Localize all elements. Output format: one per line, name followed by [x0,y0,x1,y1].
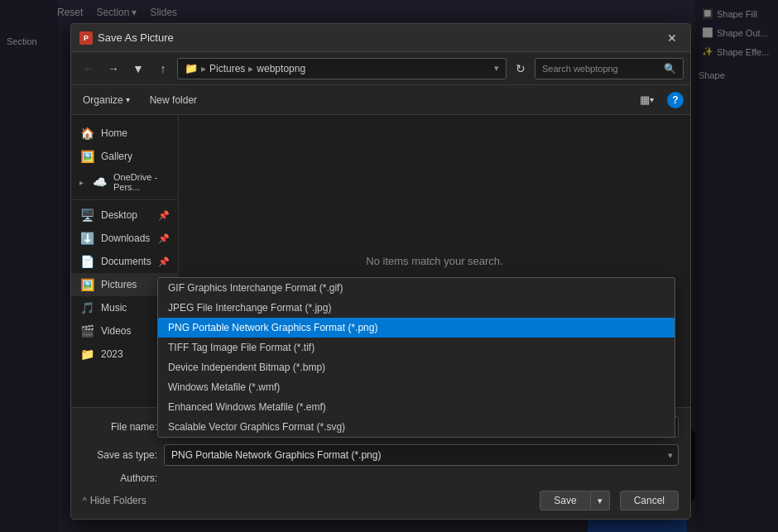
desktop-icon: 🖥️ [79,208,94,223]
help-button[interactable]: ? [667,92,684,108]
dropdown-item-svg[interactable]: Scalable Vector Graphics Format (*.svg) [158,417,675,437]
dropdown-item-emf[interactable]: Enhanced Windows Metafile (*.emf) [158,397,675,417]
dialog-close-button[interactable]: ✕ [662,28,682,48]
breadcrumb-pictures[interactable]: Pictures [209,63,245,74]
dropdown-item-tif[interactable]: TIFF Tag Image File Format (*.tif) [158,338,675,357]
dialog-title-area: P Save As Picture [79,31,174,45]
gallery-icon: 🖼️ [79,149,94,164]
savetype-input[interactable]: PNG Portable Network Graphics Format (*.… [164,444,679,466]
breadcrumb-dropdown-icon[interactable]: ▾ [494,63,499,74]
hide-folders-button[interactable]: ^ Hide Folders [83,495,146,506]
view-dropdown-icon: ▾ [650,95,654,104]
downloads-icon: ⬇️ [79,231,94,246]
view-icon: ▦ [640,93,650,106]
pictures-icon: 🖼️ [79,277,94,292]
nav-back-button[interactable]: ← [78,58,99,79]
folder-icon: 📁 [185,62,198,74]
nav-item-onedrive[interactable]: ▸ ☁️ OneDrive - Pers... [71,168,178,196]
nav-up-button[interactable]: ↑ [152,58,174,79]
downloads-label: Downloads [101,232,150,244]
folder-2023-icon: 📁 [79,347,94,362]
nav-forward-button[interactable]: → [103,58,124,79]
dropdown-item-wmf[interactable]: Windows Metafile (*.wmf) [158,377,675,397]
search-bar[interactable]: Search webptopng 🔍 [535,58,684,79]
dropdown-item-jpg[interactable]: JPEG File Interchange Format (*.jpg) [158,298,675,318]
breadcrumb-webptopng[interactable]: webptopng [257,63,305,74]
savetype-row: Save as type: PNG Portable Network Graph… [83,444,679,466]
save-dropdown-button[interactable]: ▾ [591,491,610,510]
save-button[interactable]: Save [540,491,590,510]
cancel-button[interactable]: Cancel [620,491,679,510]
music-label: Music [101,302,127,314]
organize-label: Organize [83,94,123,106]
footer-action-buttons: Save ▾ Cancel [540,491,679,510]
save-button-group: Save ▾ [540,491,609,510]
breadcrumb-bar[interactable]: 📁 ▸ Pictures ▸ webptopng ▾ [177,58,507,79]
search-placeholder-text: Search webptopng [542,64,618,74]
desktop-label: Desktop [101,209,137,221]
desktop-pin-icon: 📌 [158,210,170,221]
authors-label: Authors: [83,472,157,484]
music-icon: 🎵 [79,300,94,315]
nav-item-downloads[interactable]: ⬇️ Downloads 📌 [71,227,178,250]
nav-item-gallery[interactable]: 🖼️ Gallery [71,145,178,168]
documents-pin-icon: 📌 [158,256,170,267]
onedrive-icon: ☁️ [92,175,107,189]
hide-folders-label: Hide Folders [90,495,146,506]
footer-bottom-row: ^ Hide Folders Save ▾ Cancel [83,491,679,510]
refresh-button[interactable]: ↻ [510,58,531,79]
nav-dropdown-button[interactable]: ▼ [127,58,149,79]
dialog-title-text: Save As Picture [98,31,174,44]
nav-item-home[interactable]: 🏠 Home [71,122,178,145]
search-icon: 🔍 [664,63,676,74]
home-icon: 🏠 [79,126,94,141]
videos-icon: 🎬 [79,324,94,338]
onedrive-label: OneDrive - Pers... [113,172,170,192]
nav-item-documents[interactable]: 📄 Documents 📌 [71,250,178,273]
organize-button[interactable]: Organize ▾ [78,92,135,108]
folder-2023-label: 2023 [101,348,123,360]
savetype-dropdown: GIF Graphics Interchange Format (*.gif) … [157,277,675,438]
dialog-nav: ← → ▼ ↑ 📁 ▸ Pictures ▸ webptopng ▾ ↻ Sea… [71,52,690,85]
save-as-dialog: P Save As Picture ✕ ← → ▼ ↑ 📁 ▸ Pictures… [70,23,691,520]
dropdown-item-png[interactable]: PNG Portable Network Graphics Format (*.… [158,318,675,338]
filename-label: File name: [83,421,157,433]
dropdown-item-gif[interactable]: GIF Graphics Interchange Format (*.gif) [158,278,675,298]
gallery-label: Gallery [101,151,132,162]
savetype-value: PNG Portable Network Graphics Format (*.… [171,449,381,461]
videos-label: Videos [101,325,131,337]
authors-row: Authors: [83,472,679,484]
view-dropdown-button[interactable]: ▦ ▾ [636,89,657,111]
documents-label: Documents [101,256,151,267]
breadcrumb-separator-1: ▸ [201,63,206,74]
pictures-label: Pictures [101,279,137,290]
dialog-toolbar: Organize ▾ New folder ▦ ▾ ? [71,85,690,115]
new-folder-button[interactable]: New folder [145,92,202,108]
nav-separator [71,199,178,200]
ppt-icon: P [79,31,93,45]
nav-item-desktop[interactable]: 🖥️ Desktop 📌 [71,204,178,227]
organize-dropdown-icon: ▾ [126,95,130,104]
savetype-label: Save as type: [83,449,157,461]
home-label: Home [101,127,127,139]
savetype-dropdown-icon: ▾ [668,450,673,461]
onedrive-expand-icon: ▸ [79,178,84,187]
breadcrumb-separator-2: ▸ [248,63,253,74]
hide-folders-chevron: ^ [83,496,87,506]
dialog-titlebar: P Save As Picture ✕ [71,24,690,52]
downloads-pin-icon: 📌 [158,233,170,244]
dropdown-item-bmp[interactable]: Device Independent Bitmap (*.bmp) [158,357,675,377]
documents-icon: 📄 [79,254,94,269]
empty-message: No items match your search. [366,255,502,267]
new-folder-label: New folder [150,94,197,106]
